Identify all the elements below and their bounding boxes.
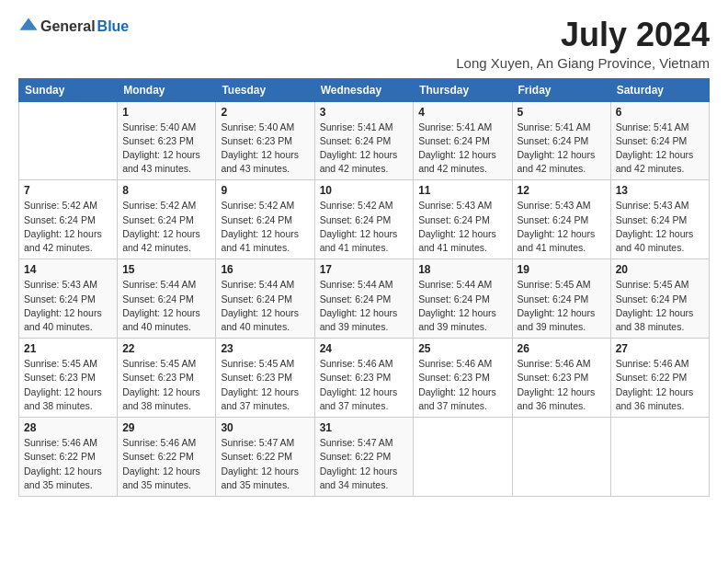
day-number: 25: [418, 342, 506, 355]
day-number: 20: [616, 263, 704, 276]
day-number: 14: [24, 263, 112, 276]
calendar-cell: 12Sunrise: 5:43 AMSunset: 6:24 PMDayligh…: [512, 180, 610, 259]
calendar-cell: 14Sunrise: 5:43 AMSunset: 6:24 PMDayligh…: [19, 259, 118, 339]
day-info: Sunrise: 5:45 AMSunset: 6:24 PMDaylight:…: [616, 278, 704, 334]
calendar-cell: [414, 418, 512, 497]
calendar-cell: 7Sunrise: 5:42 AMSunset: 6:24 PMDaylight…: [19, 180, 118, 259]
day-info: Sunrise: 5:46 AMSunset: 6:23 PMDaylight:…: [518, 357, 606, 413]
day-info: Sunrise: 5:46 AMSunset: 6:22 PMDaylight:…: [24, 436, 112, 492]
day-info: Sunrise: 5:45 AMSunset: 6:23 PMDaylight:…: [122, 357, 210, 413]
page: General Blue July 2024 Long Xuyen, An Gi…: [0, 0, 728, 563]
day-info: Sunrise: 5:40 AMSunset: 6:23 PMDaylight:…: [122, 121, 210, 177]
logo-icon: [18, 17, 39, 37]
calendar-cell: 22Sunrise: 5:45 AMSunset: 6:23 PMDayligh…: [118, 339, 216, 418]
day-info: Sunrise: 5:45 AMSunset: 6:24 PMDaylight:…: [518, 278, 606, 334]
calendar-week-row: 28Sunrise: 5:46 AMSunset: 6:22 PMDayligh…: [19, 418, 710, 497]
calendar-cell: 8Sunrise: 5:42 AMSunset: 6:24 PMDaylight…: [118, 180, 216, 259]
day-info: Sunrise: 5:43 AMSunset: 6:24 PMDaylight:…: [418, 199, 506, 255]
day-number: 3: [320, 106, 409, 119]
day-info: Sunrise: 5:44 AMSunset: 6:24 PMDaylight:…: [418, 278, 506, 334]
weekday-header: Sunday: [19, 78, 118, 101]
calendar-cell: [610, 418, 709, 497]
day-info: Sunrise: 5:46 AMSunset: 6:23 PMDaylight:…: [320, 357, 409, 413]
logo-blue-text: Blue: [97, 18, 130, 35]
day-info: Sunrise: 5:41 AMSunset: 6:24 PMDaylight:…: [518, 121, 606, 177]
day-info: Sunrise: 5:44 AMSunset: 6:24 PMDaylight:…: [320, 278, 409, 334]
day-info: Sunrise: 5:42 AMSunset: 6:24 PMDaylight:…: [221, 199, 309, 255]
calendar-cell: 3Sunrise: 5:41 AMSunset: 6:24 PMDaylight…: [314, 101, 414, 180]
calendar-cell: 6Sunrise: 5:41 AMSunset: 6:24 PMDaylight…: [610, 101, 709, 180]
subtitle: Long Xuyen, An Giang Province, Vietnam: [456, 55, 710, 71]
calendar-cell: 4Sunrise: 5:41 AMSunset: 6:24 PMDaylight…: [414, 101, 512, 180]
main-title: July 2024: [456, 17, 710, 53]
title-area: July 2024 Long Xuyen, An Giang Province,…: [456, 17, 710, 71]
calendar-cell: 26Sunrise: 5:46 AMSunset: 6:23 PMDayligh…: [512, 339, 610, 418]
calendar-cell: 21Sunrise: 5:45 AMSunset: 6:23 PMDayligh…: [19, 339, 118, 418]
day-info: Sunrise: 5:42 AMSunset: 6:24 PMDaylight:…: [320, 199, 409, 255]
day-info: Sunrise: 5:43 AMSunset: 6:24 PMDaylight:…: [24, 278, 112, 334]
day-number: 27: [616, 342, 704, 355]
day-info: Sunrise: 5:40 AMSunset: 6:23 PMDaylight:…: [221, 121, 309, 177]
calendar-cell: 10Sunrise: 5:42 AMSunset: 6:24 PMDayligh…: [314, 180, 414, 259]
day-number: 30: [221, 421, 309, 434]
calendar-week-row: 1Sunrise: 5:40 AMSunset: 6:23 PMDaylight…: [19, 101, 710, 180]
calendar-week-row: 7Sunrise: 5:42 AMSunset: 6:24 PMDaylight…: [19, 180, 710, 259]
day-number: 29: [122, 421, 210, 434]
calendar-cell: 30Sunrise: 5:47 AMSunset: 6:22 PMDayligh…: [216, 418, 314, 497]
day-info: Sunrise: 5:45 AMSunset: 6:23 PMDaylight:…: [221, 357, 309, 413]
day-number: 4: [418, 106, 506, 119]
day-number: 11: [418, 184, 506, 197]
calendar-week-row: 14Sunrise: 5:43 AMSunset: 6:24 PMDayligh…: [19, 259, 710, 339]
logo-general-text: General: [40, 18, 96, 35]
weekday-row: SundayMondayTuesdayWednesdayThursdayFrid…: [19, 78, 710, 101]
day-number: 28: [24, 421, 112, 434]
day-number: 5: [518, 106, 606, 119]
calendar-cell: 11Sunrise: 5:43 AMSunset: 6:24 PMDayligh…: [414, 180, 512, 259]
day-number: 19: [518, 263, 606, 276]
weekday-header: Wednesday: [314, 78, 414, 101]
day-number: 31: [320, 421, 409, 434]
day-number: 10: [320, 184, 409, 197]
day-info: Sunrise: 5:43 AMSunset: 6:24 PMDaylight:…: [518, 199, 606, 255]
day-number: 24: [320, 342, 409, 355]
day-info: Sunrise: 5:46 AMSunset: 6:23 PMDaylight:…: [418, 357, 506, 413]
calendar-cell: 17Sunrise: 5:44 AMSunset: 6:24 PMDayligh…: [314, 259, 414, 339]
day-number: 12: [518, 184, 606, 197]
day-number: 8: [122, 184, 210, 197]
day-info: Sunrise: 5:43 AMSunset: 6:24 PMDaylight:…: [616, 199, 704, 255]
calendar-cell: 18Sunrise: 5:44 AMSunset: 6:24 PMDayligh…: [414, 259, 512, 339]
day-info: Sunrise: 5:41 AMSunset: 6:24 PMDaylight:…: [418, 121, 506, 177]
day-info: Sunrise: 5:46 AMSunset: 6:22 PMDaylight:…: [122, 436, 210, 492]
calendar-cell: 25Sunrise: 5:46 AMSunset: 6:23 PMDayligh…: [414, 339, 512, 418]
day-info: Sunrise: 5:47 AMSunset: 6:22 PMDaylight:…: [320, 436, 409, 492]
weekday-header: Thursday: [414, 78, 512, 101]
calendar-cell: 29Sunrise: 5:46 AMSunset: 6:22 PMDayligh…: [118, 418, 216, 497]
calendar-cell: 24Sunrise: 5:46 AMSunset: 6:23 PMDayligh…: [314, 339, 414, 418]
calendar: SundayMondayTuesdayWednesdayThursdayFrid…: [18, 78, 710, 497]
day-info: Sunrise: 5:41 AMSunset: 6:24 PMDaylight:…: [320, 121, 409, 177]
calendar-cell: 19Sunrise: 5:45 AMSunset: 6:24 PMDayligh…: [512, 259, 610, 339]
calendar-cell: 23Sunrise: 5:45 AMSunset: 6:23 PMDayligh…: [216, 339, 314, 418]
day-number: 2: [221, 106, 309, 119]
calendar-cell: 15Sunrise: 5:44 AMSunset: 6:24 PMDayligh…: [118, 259, 216, 339]
calendar-week-row: 21Sunrise: 5:45 AMSunset: 6:23 PMDayligh…: [19, 339, 710, 418]
calendar-cell: 27Sunrise: 5:46 AMSunset: 6:22 PMDayligh…: [610, 339, 709, 418]
day-info: Sunrise: 5:42 AMSunset: 6:24 PMDaylight:…: [122, 199, 210, 255]
calendar-cell: 5Sunrise: 5:41 AMSunset: 6:24 PMDaylight…: [512, 101, 610, 180]
svg-marker-0: [19, 17, 37, 29]
day-number: 26: [518, 342, 606, 355]
day-number: 21: [24, 342, 112, 355]
day-number: 17: [320, 263, 409, 276]
day-info: Sunrise: 5:44 AMSunset: 6:24 PMDaylight:…: [122, 278, 210, 334]
day-info: Sunrise: 5:41 AMSunset: 6:24 PMDaylight:…: [616, 121, 704, 177]
day-number: 16: [221, 263, 309, 276]
weekday-header: Friday: [512, 78, 610, 101]
calendar-cell: [512, 418, 610, 497]
day-number: 15: [122, 263, 210, 276]
day-number: 23: [221, 342, 309, 355]
calendar-header: SundayMondayTuesdayWednesdayThursdayFrid…: [19, 78, 710, 101]
day-number: 9: [221, 184, 309, 197]
calendar-cell: [19, 101, 118, 180]
day-number: 1: [122, 106, 210, 119]
day-info: Sunrise: 5:45 AMSunset: 6:23 PMDaylight:…: [24, 357, 112, 413]
